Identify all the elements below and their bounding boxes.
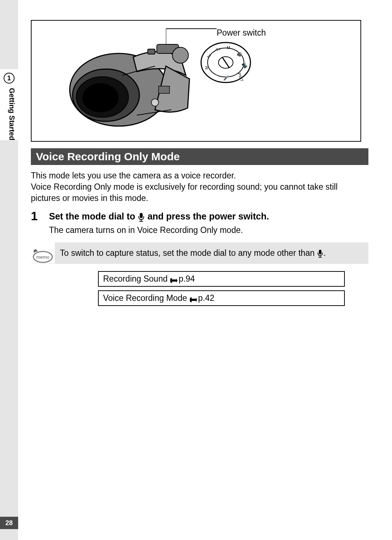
svg-text:memo: memo xyxy=(36,254,49,260)
page-number: 28 xyxy=(0,517,18,529)
memo-text-before: To switch to capture status, set the mod… xyxy=(60,248,317,258)
ref-recording-sound: Recording Sound p.94 xyxy=(98,271,345,287)
pointer-icon xyxy=(170,278,178,283)
memo-text-after: . xyxy=(323,248,326,258)
page-number-value: 28 xyxy=(5,519,13,527)
step-1: 1 Set the mode dial to and press the pow… xyxy=(31,209,368,223)
chapter-number-circle: 1 xyxy=(4,73,15,84)
svg-rect-25 xyxy=(140,213,143,218)
memo-text: To switch to capture status, set the mod… xyxy=(55,242,365,264)
svg-rect-8 xyxy=(148,49,155,54)
svg-rect-12 xyxy=(159,86,170,93)
step-text-after: and press the power switch. xyxy=(145,211,269,221)
ref-page: p.42 xyxy=(198,293,215,303)
cross-references: Recording Sound p.94 Voice Recording Mod… xyxy=(98,271,345,306)
camera-body-illustration xyxy=(64,32,199,133)
svg-text:🎤: 🎤 xyxy=(223,75,229,81)
step-text-before: Set the mode dial to xyxy=(49,211,138,221)
microphone-icon xyxy=(138,213,145,222)
mode-dial-detail-illustration: Tv M 🎬 Av M PICT 🎤 📷 xyxy=(199,39,253,86)
svg-text:M: M xyxy=(227,45,230,50)
pointer-icon xyxy=(189,297,197,303)
section-heading: Voice Recording Only Mode xyxy=(31,148,368,165)
svg-point-11 xyxy=(151,99,159,106)
side-chapter-tab: 1 Getting Started xyxy=(0,69,18,140)
ref-page: p.94 xyxy=(179,274,195,283)
chapter-number: 1 xyxy=(7,74,11,82)
step-instruction: Set the mode dial to and press the power… xyxy=(49,209,269,222)
section-heading-text: Voice Recording Only Mode xyxy=(36,150,180,162)
camera-illustration: Power switch Tv M 🎬 Av M PI xyxy=(31,20,361,142)
memo-box: memo To switch to capture status, set th… xyxy=(31,242,368,264)
chapter-title: Getting Started xyxy=(3,88,16,140)
svg-rect-30 xyxy=(319,250,322,254)
svg-point-5 xyxy=(82,83,119,112)
section-intro: This mode lets you use the camera as a v… xyxy=(31,170,368,204)
power-switch-label: Power switch xyxy=(217,28,266,38)
ref-voice-recording-mode: Voice Recording Mode p.42 xyxy=(98,290,345,306)
svg-point-7 xyxy=(172,47,188,63)
ref-label: Voice Recording Mode xyxy=(103,293,189,303)
memo-icon: memo xyxy=(31,242,55,263)
ref-label: Recording Sound xyxy=(103,274,170,283)
step-result: The camera turns on in Voice Recording O… xyxy=(49,225,368,235)
step-number: 1 xyxy=(31,209,49,223)
microphone-icon xyxy=(317,249,323,258)
main-content: Power switch Tv M 🎬 Av M PI xyxy=(31,20,368,310)
